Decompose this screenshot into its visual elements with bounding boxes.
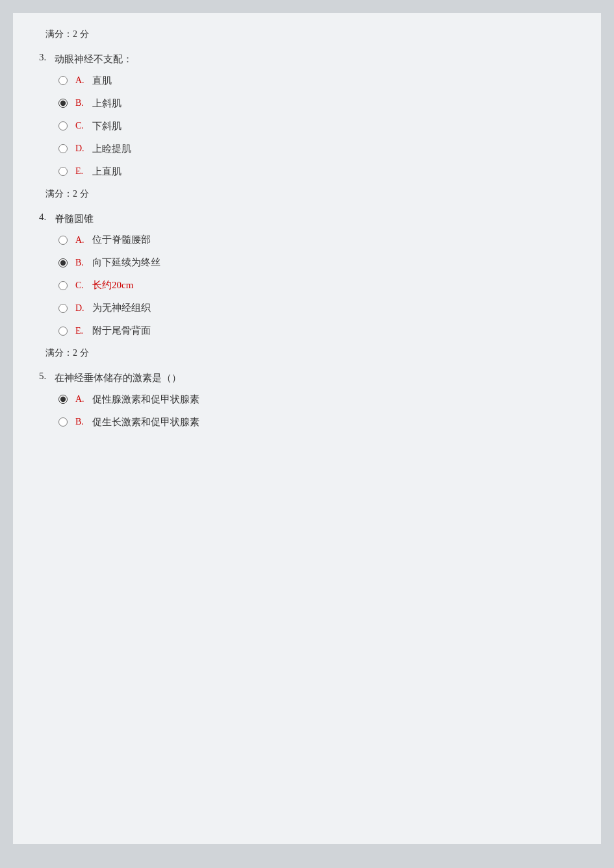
question-header-5: 5. 在神经垂体储存的激素是（）: [32, 371, 582, 386]
score-text-4: 满分：2 分: [45, 348, 89, 358]
option-label-5-B: B.: [75, 417, 88, 427]
option-row-3-D: D. 上睑提肌: [52, 143, 582, 155]
question-header-4: 4. 脊髓圆锥: [32, 212, 582, 227]
option-text-5-A: 促性腺激素和促甲状腺素: [92, 393, 199, 406]
option-label-3-A: A.: [75, 75, 88, 86]
question-number-3: 3.: [39, 52, 51, 63]
question-block-4: 4. 脊髓圆锥 A. 位于脊髓腰部 B. 向下延续为终丝 C. 长约20cm: [32, 212, 582, 360]
radio-3-B[interactable]: [58, 99, 68, 108]
option-row-4-D: D. 为无神经组织: [52, 302, 582, 314]
score-row-4: 满分：2 分: [32, 347, 582, 359]
option-label-4-B: B.: [75, 258, 88, 268]
option-label-4-E: E.: [75, 326, 88, 336]
option-label-4-A: A.: [75, 235, 88, 245]
radio-4-C[interactable]: [58, 281, 68, 290]
option-text-3-E: 上直肌: [92, 166, 122, 178]
question-block-3: 3. 动眼神经不支配： A. 直肌 B. 上斜肌 C. 下斜肌 D.: [32, 52, 582, 200]
question-text-5: 在神经垂体储存的激素是（）: [55, 371, 181, 386]
option-text-4-D: 为无神经组织: [92, 302, 151, 314]
option-text-4-E: 附于尾骨背面: [92, 325, 151, 337]
option-label-4-D: D.: [75, 303, 88, 314]
options-4: A. 位于脊髓腰部 B. 向下延续为终丝 C. 长约20cm D. 为无神经组织: [32, 234, 582, 337]
radio-3-E[interactable]: [58, 167, 68, 176]
question-block-5: 5. 在神经垂体储存的激素是（） A. 促性腺激素和促甲状腺素 B. 促生长激素…: [32, 371, 582, 428]
score-row-3: 满分：2 分: [32, 188, 582, 200]
question-number-5: 5.: [39, 371, 51, 382]
option-row-5-B: B. 促生长激素和促甲状腺素: [52, 416, 582, 428]
radio-5-A[interactable]: [58, 395, 68, 404]
score-label-prev: 满分：2 分: [45, 29, 89, 39]
question-text-4: 脊髓圆锥: [55, 212, 94, 227]
options-3: A. 直肌 B. 上斜肌 C. 下斜肌 D. 上睑提肌 E. 上: [32, 75, 582, 178]
option-row-4-E: E. 附于尾骨背面: [52, 325, 582, 337]
option-text-4-C: 长约20cm: [92, 279, 133, 291]
option-label-3-C: C.: [75, 121, 88, 131]
radio-3-D[interactable]: [58, 144, 68, 153]
radio-4-D[interactable]: [58, 304, 68, 313]
option-row-3-B: B. 上斜肌: [52, 97, 582, 110]
option-label-3-D: D.: [75, 143, 88, 154]
score-row-prev: 满分：2 分: [32, 29, 582, 40]
radio-4-A[interactable]: [58, 236, 68, 245]
radio-3-C[interactable]: [58, 121, 68, 130]
option-row-3-A: A. 直肌: [52, 75, 582, 87]
option-row-5-A: A. 促性腺激素和促甲状腺素: [52, 393, 582, 406]
option-text-5-B: 促生长激素和促甲状腺素: [92, 416, 199, 428]
option-label-4-C: C.: [75, 280, 88, 291]
option-row-4-B: B. 向下延续为终丝: [52, 256, 582, 269]
main-container: 满分：2 分 3. 动眼神经不支配： A. 直肌 B. 上斜肌 C. 下斜肌: [13, 13, 601, 844]
question-number-4: 4.: [39, 212, 51, 223]
option-text-3-D: 上睑提肌: [92, 143, 131, 155]
option-text-3-A: 直肌: [92, 75, 112, 87]
option-text-4-B: 向下延续为终丝: [92, 256, 160, 269]
option-row-3-C: C. 下斜肌: [52, 120, 582, 132]
question-text-3: 动眼神经不支配：: [55, 52, 133, 67]
option-text-3-C: 下斜肌: [92, 120, 122, 132]
radio-5-B[interactable]: [58, 417, 68, 427]
options-5: A. 促性腺激素和促甲状腺素 B. 促生长激素和促甲状腺素: [32, 393, 582, 428]
option-label-5-A: A.: [75, 394, 88, 404]
radio-4-E[interactable]: [58, 327, 68, 336]
score-text-3: 满分：2 分: [45, 189, 89, 199]
option-row-4-A: A. 位于脊髓腰部: [52, 234, 582, 246]
option-row-4-C: C. 长约20cm: [52, 279, 582, 291]
option-text-4-A: 位于脊髓腰部: [92, 234, 151, 246]
radio-3-A[interactable]: [58, 76, 68, 85]
option-label-3-B: B.: [75, 98, 88, 108]
option-text-3-B: 上斜肌: [92, 97, 122, 110]
option-row-3-E: E. 上直肌: [52, 166, 582, 178]
radio-4-B[interactable]: [58, 258, 68, 267]
option-label-3-E: E.: [75, 166, 88, 177]
question-header-3: 3. 动眼神经不支配：: [32, 52, 582, 67]
